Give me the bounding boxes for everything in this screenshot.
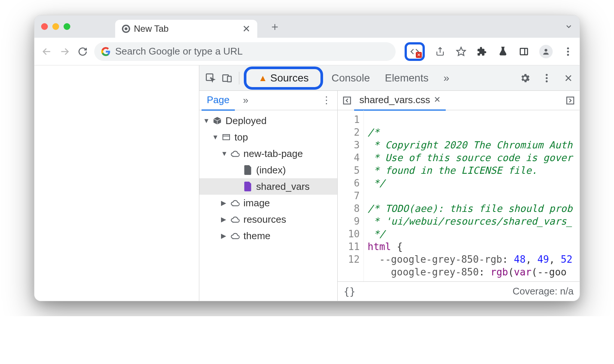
window-controls xyxy=(41,23,70,30)
close-window-button[interactable] xyxy=(41,23,48,30)
navigator-tab-page[interactable]: Page xyxy=(202,90,235,111)
format-braces-button[interactable]: {} xyxy=(344,286,355,297)
code-content: /* * Copyright 2020 The Chromium Auth * … xyxy=(364,110,580,281)
cloud-icon xyxy=(230,214,240,225)
close-tab-button[interactable]: ✕ xyxy=(242,23,251,35)
google-icon xyxy=(101,47,111,56)
frame-icon xyxy=(221,132,231,142)
omnibox-placeholder: Search Google or type a URL xyxy=(115,46,243,57)
editor-nav-left[interactable] xyxy=(340,93,354,108)
tab-console[interactable]: Console xyxy=(325,70,377,86)
tab-sources[interactable]: ▲ Sources xyxy=(252,70,315,86)
forward-button[interactable] xyxy=(58,45,71,58)
svg-point-11 xyxy=(567,54,569,56)
tree-node-top[interactable]: ▼ top xyxy=(199,129,337,145)
tree-node-new-tab-page[interactable]: ▼ new-tab-page xyxy=(199,145,337,162)
cloud-icon xyxy=(230,231,240,241)
toolbar: Search Google or type a URL ✕ xyxy=(34,38,580,65)
tree-node-shared-vars[interactable]: shared_vars xyxy=(199,178,337,195)
tree-label: top xyxy=(234,132,248,143)
tree-node-image[interactable]: ▶ image xyxy=(199,195,337,211)
cloud-icon xyxy=(230,148,240,159)
chrome-icon xyxy=(122,25,130,33)
svg-rect-14 xyxy=(227,76,231,82)
separator xyxy=(239,72,239,84)
tab-title: New Tab xyxy=(134,24,169,34)
side-panel-button[interactable] xyxy=(518,46,529,57)
address-bar[interactable]: Search Google or type a URL xyxy=(94,42,396,61)
box-icon xyxy=(212,115,222,126)
maximize-window-button[interactable] xyxy=(64,23,70,30)
cloud-icon xyxy=(230,198,240,208)
devtools-menu-button[interactable] xyxy=(539,71,554,86)
tab-label: Sources xyxy=(270,72,309,84)
devtools-body: Page » ⋮ ▼ Deployed ▼ top xyxy=(199,91,580,301)
svg-rect-22 xyxy=(344,97,351,104)
labs-button[interactable] xyxy=(497,46,509,57)
content-row: ▲ Sources Console Elements » xyxy=(34,65,580,301)
svg-rect-6 xyxy=(520,48,528,55)
devtools-indicator-highlight: ✕ xyxy=(405,42,425,61)
svg-point-15 xyxy=(546,74,547,75)
line-gutter: 123 456 789 101112 xyxy=(338,110,364,281)
tree-node-resources[interactable]: ▶ resources xyxy=(199,211,337,228)
tab-elements[interactable]: Elements xyxy=(378,70,435,86)
warning-icon: ▲ xyxy=(258,73,267,83)
tree-node-index[interactable]: (index) xyxy=(199,162,337,178)
new-tab-button[interactable]: ＋ xyxy=(269,19,280,34)
close-devtools-button[interactable] xyxy=(561,71,576,86)
settings-button[interactable] xyxy=(518,71,532,86)
sources-tab-highlight: ▲ Sources xyxy=(244,67,323,90)
svg-rect-23 xyxy=(567,97,574,104)
extensions-button[interactable] xyxy=(476,46,488,57)
close-editor-tab-button[interactable]: ✕ xyxy=(434,95,440,105)
tree-label: Deployed xyxy=(225,115,267,127)
device-toolbar-button[interactable] xyxy=(219,71,234,86)
tabs-dropdown-button[interactable] xyxy=(565,22,573,31)
chrome-menu-button[interactable] xyxy=(562,46,574,57)
bookmark-star-button[interactable] xyxy=(455,46,467,57)
tree-label: new-tab-page xyxy=(243,148,303,160)
minimize-window-button[interactable] xyxy=(52,23,59,30)
editor-footer: {} Coverage: n/a xyxy=(338,281,580,301)
svg-point-8 xyxy=(544,49,547,51)
tree-label: (index) xyxy=(256,164,286,176)
tabs-overflow-button[interactable]: » xyxy=(437,70,456,86)
devtools-toolbar: ▲ Sources Console Elements » xyxy=(199,65,580,91)
navigator-tabs-overflow[interactable]: » xyxy=(238,91,254,110)
tree-label: shared_vars xyxy=(256,181,310,192)
tree-label: theme xyxy=(243,230,270,242)
navigator-menu-button[interactable]: ⋮ xyxy=(318,95,335,106)
navigator-tabs: Page » ⋮ xyxy=(199,91,337,110)
tree-node-deployed[interactable]: ▼ Deployed xyxy=(199,112,337,129)
devtools-panel: ▲ Sources Console Elements » xyxy=(199,65,580,301)
profile-button[interactable] xyxy=(539,45,553,58)
back-button[interactable] xyxy=(40,45,53,58)
svg-point-1 xyxy=(125,27,128,30)
coverage-status: Coverage: n/a xyxy=(513,286,574,297)
svg-point-9 xyxy=(567,47,569,49)
svg-point-10 xyxy=(567,50,569,52)
titlebar: New Tab ✕ ＋ xyxy=(34,15,580,38)
file-tree: ▼ Deployed ▼ top ▼ new-tab-page xyxy=(199,110,337,301)
inspect-element-button[interactable] xyxy=(203,71,218,86)
code-view[interactable]: 123 456 789 101112 /* * Copyright 2020 T… xyxy=(338,110,580,281)
editor-nav-right[interactable] xyxy=(563,93,577,108)
page-viewport xyxy=(34,65,199,301)
editor-tabbar: shared_vars.css ✕ xyxy=(338,91,580,110)
editor-tab-label: shared_vars.css xyxy=(359,94,430,106)
svg-rect-20 xyxy=(223,135,230,140)
share-button[interactable] xyxy=(435,46,446,57)
browser-tab[interactable]: New Tab ✕ xyxy=(115,20,257,38)
toolbar-actions: ✕ xyxy=(405,42,574,61)
navigator-sidebar: Page » ⋮ ▼ Deployed ▼ top xyxy=(199,91,338,301)
file-icon xyxy=(243,165,253,175)
reload-button[interactable] xyxy=(76,45,89,58)
editor-tab-shared-vars[interactable]: shared_vars.css ✕ xyxy=(354,90,446,111)
tree-node-theme[interactable]: ▶ theme xyxy=(199,228,337,244)
svg-point-17 xyxy=(546,80,547,82)
tree-label: image xyxy=(243,197,270,209)
devtools-error-icon[interactable]: ✕ xyxy=(409,46,420,57)
svg-marker-5 xyxy=(457,47,465,55)
editor: shared_vars.css ✕ 123 456 789 101112 xyxy=(338,91,580,301)
